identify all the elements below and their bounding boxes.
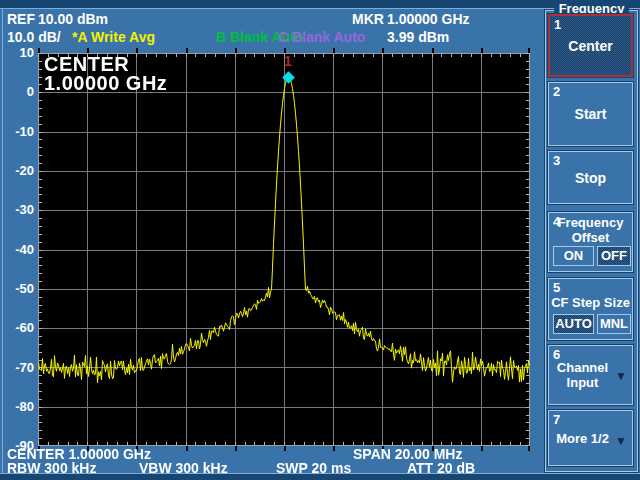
swp-readout: SWP 20 ms (276, 460, 351, 476)
y-axis-tick-label: -30 (0, 202, 34, 218)
rbw-readout: RBW 300 kHz (7, 460, 96, 476)
plot-center-annotation: CENTER 1.00000 GHz (44, 55, 167, 93)
y-axis-tick-label: -10 (0, 124, 34, 140)
marker-freq-readout: 1.00000 GHz (387, 11, 470, 27)
trace-a-status: *A Write Avg (72, 29, 155, 45)
softkey-number: 7 (553, 412, 560, 427)
softkey-start[interactable]: 2 Start (548, 82, 633, 146)
spectrum-plot-canvas (38, 48, 530, 451)
softkey-frequency-offset[interactable]: 4 Frequency Offset ON OFF (548, 212, 633, 272)
y-axis-tick-label: -80 (0, 399, 34, 415)
plot-center-annotation-line2: 1.00000 GHz (44, 74, 167, 93)
scale-readout: 10.0 dB/ (7, 29, 61, 45)
y-axis-tick-label: -60 (0, 320, 34, 336)
softkey-number: 1 (554, 17, 561, 32)
y-axis-tick-label: 0 (0, 84, 34, 100)
softkey-label: Frequency Offset (549, 215, 632, 245)
dropdown-triangle-icon: ▼ (615, 369, 627, 383)
y-axis-tick-label: -50 (0, 281, 34, 297)
softkey-number: 5 (553, 280, 560, 295)
softkey-label: More 1/2 (551, 431, 614, 446)
softkey-cf-step-size[interactable]: 5 CF Step Size AUTO MNL (548, 278, 633, 340)
dropdown-triangle-icon: ▼ (615, 434, 627, 448)
att-readout: ATT 20 dB (407, 460, 475, 476)
softkey-channel-input[interactable]: 6 Channel Input ▼ (548, 345, 633, 405)
trace-c-status: C Blank Auto (278, 29, 365, 45)
on-off-toggle: ON OFF (549, 246, 632, 266)
spectrum-analyzer-screen: REF 10.00 dBm MKR 1.00000 GHz 10.0 dB/ *… (0, 0, 640, 480)
softkey-label: Channel Input (551, 360, 614, 390)
marker-level-readout: 3.99 dBm (387, 29, 449, 45)
softkey-label: Start (549, 106, 632, 122)
ref-value: 10.00 dBm (38, 11, 108, 27)
mnl-button[interactable]: MNL (597, 314, 631, 334)
softkey-stop[interactable]: 3 Stop (548, 151, 633, 204)
y-axis-tick-label: -70 (0, 360, 34, 376)
softkey-label: CF Step Size (549, 295, 632, 310)
softkey-more[interactable]: 7 More 1/2 ▼ (548, 410, 633, 466)
y-axis-tick-label: 10 (0, 45, 34, 61)
y-axis-tick-label: -20 (0, 163, 34, 179)
off-button[interactable]: OFF (597, 246, 631, 266)
softkey-label: Stop (549, 170, 632, 186)
marker-readout-label: MKR (352, 11, 384, 27)
softkey-center[interactable]: 1 Center (548, 14, 633, 77)
softkey-label: Center (550, 38, 631, 54)
auto-button[interactable]: AUTO (553, 314, 594, 334)
on-button[interactable]: ON (553, 246, 594, 266)
ref-label: REF (7, 11, 35, 27)
vbw-readout: VBW 300 kHz (139, 460, 228, 476)
softkey-number: 2 (553, 84, 560, 99)
softkey-number: 3 (553, 153, 560, 168)
frequency-menu: Frequency 1 Center 2 Start 3 Stop 4 Freq… (545, 10, 638, 472)
auto-mnl-toggle: AUTO MNL (549, 314, 632, 334)
y-axis-tick-label: -40 (0, 242, 34, 258)
marker-number-label: 1 (280, 52, 296, 69)
top-strip (0, 0, 640, 9)
